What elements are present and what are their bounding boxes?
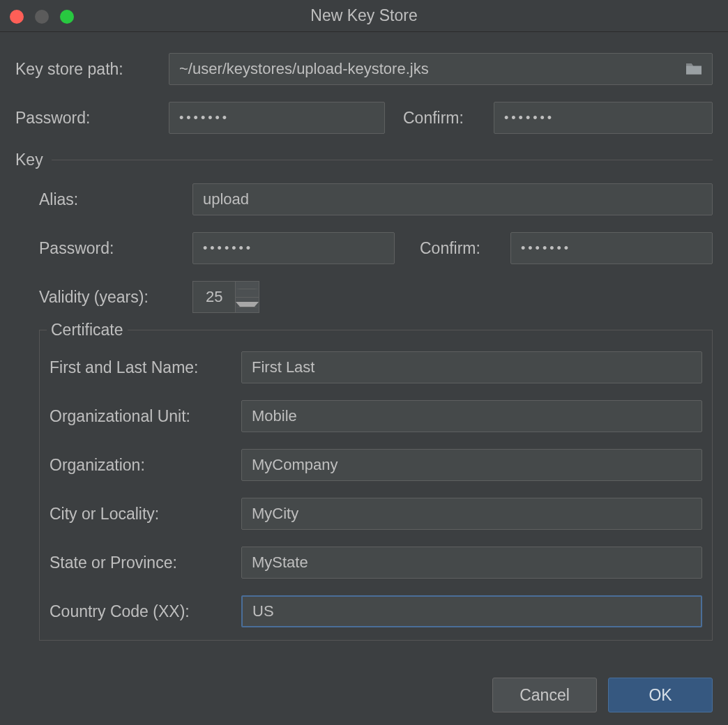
keystore-confirm-input[interactable]: ••••••• (494, 102, 713, 134)
org-unit-value: Mobile (252, 407, 297, 425)
certificate-section-label: Certificate (47, 321, 128, 339)
certificate-group: Certificate First and Last Name: First L… (39, 330, 713, 641)
city-input[interactable]: MyCity (241, 498, 702, 530)
org-unit-input[interactable]: Mobile (241, 400, 702, 432)
keystore-confirm-value: ••••••• (504, 111, 554, 125)
state-value: MyState (252, 554, 308, 572)
alias-label: Alias: (39, 190, 185, 209)
alias-input[interactable]: upload (192, 183, 713, 215)
city-value: MyCity (252, 505, 298, 523)
keystore-password-label: Password: (15, 109, 162, 128)
keystore-confirm-label: Confirm: (403, 109, 487, 128)
key-section-label: Key (15, 151, 43, 169)
cancel-button[interactable]: Cancel (492, 678, 597, 712)
first-last-value: First Last (252, 358, 314, 376)
validity-value: 25 (192, 281, 236, 313)
state-input[interactable]: MyState (241, 547, 702, 579)
country-input[interactable]: US (241, 595, 702, 627)
first-last-label: First and Last Name: (50, 358, 241, 377)
org-unit-label: Organizational Unit: (50, 407, 241, 426)
state-label: State or Province: (50, 554, 241, 572)
city-label: City or Locality: (50, 505, 241, 524)
key-password-input[interactable]: ••••••• (192, 232, 395, 264)
key-confirm-label: Confirm: (420, 239, 503, 258)
ok-button[interactable]: OK (608, 678, 713, 712)
key-password-value: ••••••• (203, 241, 253, 256)
org-input[interactable]: MyCompany (241, 449, 702, 481)
key-confirm-value: ••••••• (521, 241, 571, 256)
country-label: Country Code (XX): (50, 602, 241, 621)
key-confirm-input[interactable]: ••••••• (510, 232, 713, 264)
first-last-input[interactable]: First Last (241, 351, 702, 383)
country-value: US (252, 602, 274, 620)
maximize-icon[interactable] (60, 10, 74, 24)
validity-stepper[interactable]: 25 (192, 281, 259, 313)
minimize-icon (35, 10, 49, 24)
key-password-label: Password: (39, 239, 185, 258)
spinner-down-icon[interactable] (236, 298, 259, 313)
close-icon[interactable] (10, 10, 24, 24)
keystore-path-value: ~/user/keystores/upload-keystore.jks (179, 60, 429, 78)
divider (52, 160, 713, 160)
validity-label: Validity (years): (39, 288, 185, 307)
folder-icon[interactable] (684, 61, 704, 77)
keystore-path-label: Key store path: (15, 60, 162, 79)
titlebar: New Key Store (0, 0, 728, 32)
window-title: New Key Store (0, 6, 728, 25)
org-value: MyCompany (252, 456, 338, 474)
keystore-path-input[interactable]: ~/user/keystores/upload-keystore.jks (169, 53, 713, 85)
keystore-password-value: ••••••• (179, 111, 229, 125)
org-label: Organization: (50, 456, 241, 475)
window-controls (10, 10, 74, 24)
spinner-up-icon[interactable] (236, 282, 259, 298)
keystore-password-input[interactable]: ••••••• (169, 102, 385, 134)
alias-value: upload (203, 190, 249, 208)
